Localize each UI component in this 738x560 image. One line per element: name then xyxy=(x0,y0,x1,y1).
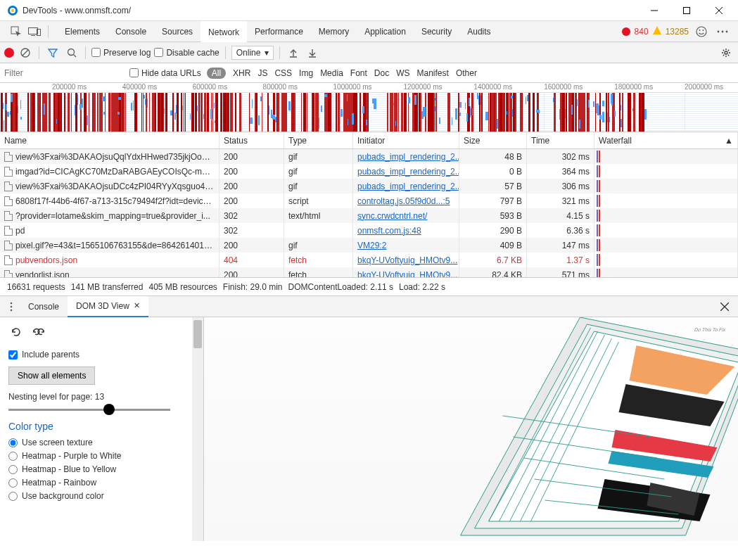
throttling-select[interactable]: Online ▾ xyxy=(231,46,274,60)
initiator-link[interactable]: onmsft.com.js:48 xyxy=(353,223,459,238)
table-row[interactable]: 6808f17f-44b6-4f67-a713-315c79494f2f?idt… xyxy=(0,193,738,208)
drawer-menu-icon[interactable] xyxy=(3,302,20,312)
preserve-log-checkbox[interactable]: Preserve log xyxy=(91,48,151,58)
initiator-link[interactable]: pubads_impl_rendering_2... xyxy=(353,164,459,179)
hide-data-urls-checkbox[interactable]: Hide data URLs xyxy=(129,68,201,78)
filter-type-manifest[interactable]: Manifest xyxy=(417,68,449,78)
table-row[interactable]: pubvendors.json404fetchbkqY-UVoftyuig_HM… xyxy=(0,253,738,267)
svg-text:Do This To Fix: Do This To Fix xyxy=(694,327,727,333)
tab-application[interactable]: Application xyxy=(357,21,414,42)
radio-background-color[interactable]: Use background color xyxy=(8,491,195,501)
search-icon[interactable] xyxy=(64,45,79,61)
header-waterfall[interactable]: Waterfall▲ xyxy=(594,132,738,148)
filter-type-font[interactable]: Font xyxy=(350,68,367,78)
drawer-close-icon[interactable] xyxy=(714,303,735,311)
import-har-icon[interactable] xyxy=(286,45,301,61)
filter-type-ws[interactable]: WS xyxy=(396,68,409,78)
initiator-link[interactable]: bkqY-UVoftyuig_HMOtv9... xyxy=(353,253,459,267)
initiator-link[interactable]: bkqY-UVoftyuig_HMOtv9... xyxy=(353,267,459,277)
tab-elements[interactable]: Elements xyxy=(57,21,108,42)
reset-view-icon[interactable] xyxy=(31,324,46,340)
tab-network[interactable]: Network xyxy=(201,21,247,42)
table-body[interactable]: view%3Fxai%3DAKAOjsuQqlYdxHHwed735jkjOoB… xyxy=(0,149,738,277)
dom3d-viewport[interactable]: Do This To Fix MSFT xyxy=(204,317,738,541)
filter-type-doc[interactable]: Doc xyxy=(374,68,389,78)
filter-type-js[interactable]: JS xyxy=(257,68,267,78)
header-initiator[interactable]: Initiator xyxy=(353,132,459,148)
header-time[interactable]: Time xyxy=(527,132,594,148)
close-button[interactable] xyxy=(703,0,735,21)
svg-point-24 xyxy=(11,309,13,311)
filter-type-other[interactable]: Other xyxy=(456,68,477,78)
header-type[interactable]: Type xyxy=(284,132,353,148)
settings-icon[interactable] xyxy=(718,45,734,61)
nesting-slider[interactable] xyxy=(8,409,170,411)
filter-type-media[interactable]: Media xyxy=(320,68,343,78)
slider-thumb[interactable] xyxy=(103,404,115,415)
error-count[interactable]: 840 xyxy=(635,27,649,37)
table-row[interactable]: view%3Fxai%3DAKAOjsuDCc4zPI04RYyXqsguo48… xyxy=(0,179,738,193)
tab-audits[interactable]: Audits xyxy=(459,21,498,42)
tab-console[interactable]: Console xyxy=(108,21,154,42)
summary-resources: 405 MB resources xyxy=(148,282,217,292)
svg-point-2 xyxy=(11,9,14,12)
filter-input[interactable] xyxy=(4,68,124,78)
show-all-elements-button[interactable]: Show all elements xyxy=(8,367,95,385)
table-row[interactable]: vendorlist.json200fetchbkqY-UVoftyuig_HM… xyxy=(0,267,738,277)
main-tabs-row: ElementsConsoleSourcesNetworkPerformance… xyxy=(0,21,738,42)
radio-heatmap-purple[interactable]: Heatmap - Purple to White xyxy=(8,451,195,461)
file-icon xyxy=(4,182,13,191)
sidebar-scrollbar[interactable] xyxy=(192,317,203,541)
retake-snapshot-icon[interactable] xyxy=(8,324,24,340)
file-icon xyxy=(4,226,13,236)
tab-performance[interactable]: Performance xyxy=(247,21,311,42)
filter-type-xhr[interactable]: XHR xyxy=(233,68,250,78)
export-har-icon[interactable] xyxy=(305,45,320,61)
disable-cache-checkbox[interactable]: Disable cache xyxy=(154,48,219,58)
initiator-link[interactable]: pubads_impl_rendering_2... xyxy=(353,149,459,164)
table-row[interactable]: view%3Fxai%3DAKAOjsuQqlYdxHHwed735jkjOoB… xyxy=(0,149,738,164)
initiator-link[interactable]: pubads_impl_rendering_2... xyxy=(353,179,459,193)
initiator-link[interactable]: VM29:2 xyxy=(353,238,459,253)
timeline-tick: 2000000 ms xyxy=(685,83,723,91)
header-status[interactable]: Status xyxy=(220,132,284,148)
clear-icon[interactable] xyxy=(18,45,33,61)
more-icon[interactable] xyxy=(714,23,731,40)
initiator-link[interactable]: controltag.js.05f9d0d...:5 xyxy=(353,193,459,208)
filter-type-css[interactable]: CSS xyxy=(274,68,292,78)
table-row[interactable]: ?provider=lotame&skim_mapping=true&provi… xyxy=(0,208,738,223)
timeline-overview[interactable]: 200000 ms400000 ms600000 ms800000 ms1000… xyxy=(0,83,738,132)
filter-type-img[interactable]: Img xyxy=(299,68,313,78)
close-tab-icon[interactable]: ✕ xyxy=(134,301,140,310)
table-row[interactable]: imgad?id=CICAgKC70MzDaRABGAEyCOIsQc-mesr… xyxy=(0,164,738,179)
minimize-button[interactable] xyxy=(638,0,670,21)
summary-load: Load: 2.22 s xyxy=(399,282,445,292)
feedback-icon[interactable] xyxy=(693,23,710,40)
drawer-tab-dom3d[interactable]: DOM 3D View✕ xyxy=(68,296,148,317)
tab-security[interactable]: Security xyxy=(414,21,459,42)
tab-sources[interactable]: Sources xyxy=(154,21,201,42)
device-toggle-icon[interactable] xyxy=(27,24,42,39)
table-row[interactable]: pixel.gif?e=43&t=1565106763155&de=864261… xyxy=(0,238,738,253)
tab-memory[interactable]: Memory xyxy=(311,21,357,42)
timeline-tick: 1600000 ms xyxy=(544,83,583,91)
radio-screen-texture[interactable]: Use screen texture xyxy=(8,438,195,447)
filter-icon[interactable] xyxy=(45,45,61,61)
filter-type-all[interactable]: All xyxy=(207,68,226,79)
drawer-body: Include parents Show all elements Nestin… xyxy=(0,317,738,541)
table-row[interactable]: pd302onmsft.com.js:48290 B6.36 s xyxy=(0,223,738,238)
inspect-icon[interactable] xyxy=(8,24,24,39)
include-parents-checkbox[interactable]: Include parents xyxy=(8,350,195,359)
timeline-tick: 1000000 ms xyxy=(333,83,372,91)
header-name[interactable]: Name xyxy=(0,132,220,148)
initiator-link[interactable]: sync.crwdcntrl.net/ xyxy=(353,208,459,223)
radio-heatmap-rainbow[interactable]: Heatmap - Rainbow xyxy=(8,478,195,488)
drawer-tab-console[interactable]: Console xyxy=(20,296,68,317)
svg-point-21 xyxy=(725,51,727,54)
header-size[interactable]: Size xyxy=(459,132,527,148)
maximize-button[interactable] xyxy=(670,0,703,21)
summary-transferred: 141 MB transferred xyxy=(71,282,144,292)
radio-heatmap-blue[interactable]: Heatmap - Blue to Yellow xyxy=(8,464,195,474)
warning-count[interactable]: 13285 xyxy=(666,27,689,37)
record-button[interactable] xyxy=(4,48,14,58)
